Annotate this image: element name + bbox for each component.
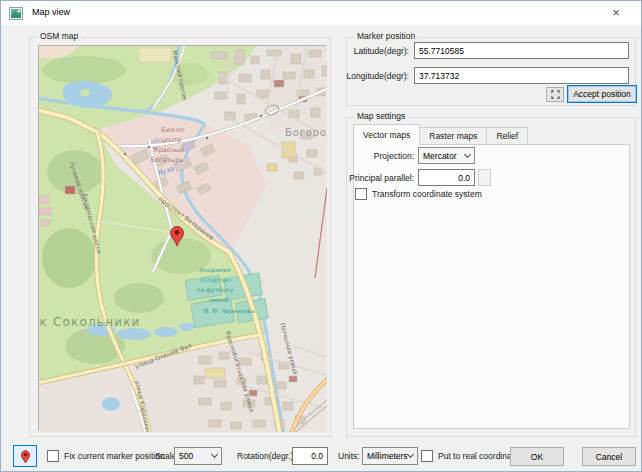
chevron-down-icon [211,451,218,458]
marker-position-group-label: Marker position [354,31,418,41]
map-settings-tabs: Vector maps Raster maps Relief [353,124,528,145]
svg-text:Академия: Академия [199,266,231,273]
svg-text:«Спартак»: «Спартак» [199,276,233,284]
units-value: Millimeters [367,451,408,461]
rotation-label: Rotation(degr.) [237,451,293,461]
principal-parallel-picker-button[interactable] [478,169,491,186]
principal-parallel-label: Principal parallel: [349,173,414,183]
rotation-input[interactable]: 0.0 [292,447,328,465]
marker-tool-button[interactable] [13,445,37,467]
units-label: Units: [338,451,360,461]
scale-value: 500 [179,451,193,461]
close-button[interactable]: × [597,1,635,23]
svg-text:Бизнес: Бизнес [161,126,185,134]
accept-position-button[interactable]: Accept position [567,85,637,103]
svg-text:Богородское: Богородское [285,127,327,138]
longitude-label: Longitude(degr): [347,71,409,81]
center-marker-icon [551,90,560,99]
fix-marker-label: Fix current marker position [64,451,165,461]
tab-raster-maps[interactable]: Raster maps [420,127,487,145]
transform-coordinate-label: Transform coordinate system [372,189,482,199]
map-settings-group-label: Map settings [354,111,408,121]
put-real-coordinates-checkbox[interactable] [421,450,433,462]
chevron-down-icon [407,451,414,458]
window-title: Map view [32,7,70,17]
map-view-dialog: Map view × OSM map [0,0,642,472]
osm-map-canvas[interactable]: парк Сокольники Богородское Бизнес центр… [38,45,326,431]
units-combobox[interactable]: Millimeters [362,447,418,465]
tab-relief[interactable]: Relief [487,127,528,145]
cancel-button[interactable]: Cancel [582,447,636,466]
svg-text:имени: имени [209,296,229,303]
scale-combobox[interactable]: 500 [174,447,222,465]
fix-marker-checkbox[interactable] [47,450,59,462]
svg-text:Богатырь: Богатырь [151,156,184,164]
chevron-down-icon [464,150,471,157]
projection-label: Projection: [374,151,414,161]
osm-map-group-label: OSM map [37,31,81,41]
latitude-label: Latitude(degr): [354,46,409,56]
svg-text:по футболу: по футболу [197,286,234,294]
svg-text:парк Сокольники: парк Сокольники [39,315,141,329]
projection-combobox[interactable]: Mercator [418,147,475,164]
latitude-input[interactable]: 55.7710585 [414,42,629,59]
projection-value: Mercator [423,151,457,161]
longitude-input[interactable]: 37.713732 [414,67,629,84]
svg-text:Ф. Ф. Черенкова: Ф. Ф. Черенкова [203,307,255,315]
tab-vector-maps[interactable]: Vector maps [353,124,420,145]
principal-parallel-input[interactable]: 0.0 [418,169,475,186]
ok-button[interactable]: OK [510,447,564,466]
marker-pin-icon [20,449,31,464]
center-marker-button[interactable] [546,87,564,102]
svg-text:центр: центр [161,136,182,144]
map-settings-tab-panel [353,144,630,429]
title-bar[interactable]: Map view × [1,1,641,25]
transform-coordinate-checkbox[interactable] [355,188,367,200]
svg-text:Красный: Красный [154,146,184,154]
app-icon [9,6,23,19]
